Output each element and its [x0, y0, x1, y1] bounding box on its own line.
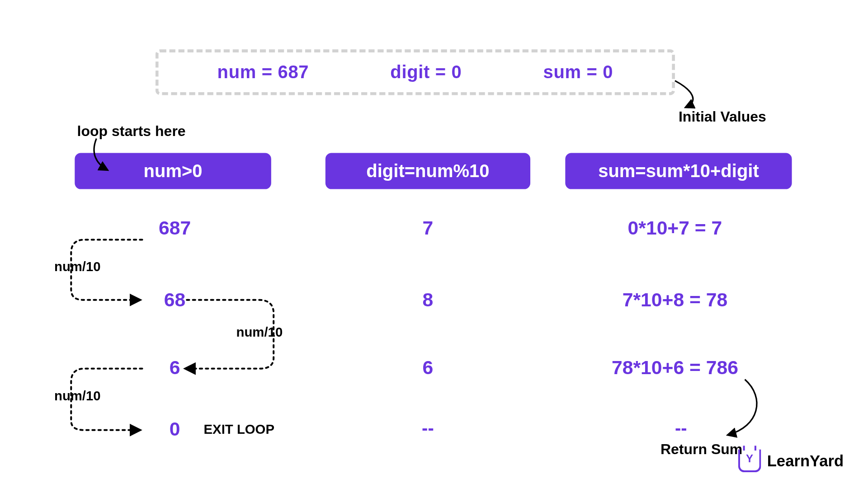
- initial-num: num = 687: [217, 62, 309, 82]
- num-value-row3: 6: [145, 357, 205, 379]
- num-value-row2: 68: [145, 289, 205, 311]
- initial-values-box: num = 687 digit = 0 sum = 0: [156, 49, 675, 95]
- num-value-row4: 0: [145, 418, 205, 440]
- brand-logo: Y LearnYard: [738, 449, 844, 472]
- sum-value-row1: 0*10+7 = 7: [585, 217, 765, 239]
- sum-value-row3: 78*10+6 = 786: [585, 357, 765, 379]
- numdiv-label-3: num/10: [54, 389, 101, 404]
- initial-digit: digit = 0: [390, 62, 462, 82]
- numdiv-label-2: num/10: [236, 324, 283, 340]
- header-condition: num>0: [75, 153, 271, 189]
- brand-name: LearnYard: [767, 451, 844, 470]
- num-value-row1: 687: [145, 217, 205, 239]
- digit-value-row3: 6: [398, 357, 458, 379]
- digit-value-row2: 8: [398, 289, 458, 311]
- return-sum-label: Return Sum: [660, 441, 742, 458]
- sum-value-row2: 7*10+8 = 78: [585, 289, 765, 311]
- digit-value-row4: --: [398, 418, 458, 438]
- initial-values-label: Initial Values: [679, 108, 766, 125]
- loop-starts-label: loop starts here: [77, 123, 186, 140]
- exit-loop-label: EXIT LOOP: [204, 422, 274, 437]
- sum-value-row4: --: [657, 418, 705, 438]
- initial-sum: sum = 0: [543, 62, 613, 82]
- digit-value-row1: 7: [398, 217, 458, 239]
- numdiv-label-1: num/10: [54, 259, 101, 275]
- header-sum: sum=sum*10+digit: [565, 153, 792, 189]
- brand-logo-icon: Y: [738, 449, 761, 472]
- header-digit: digit=num%10: [326, 153, 530, 189]
